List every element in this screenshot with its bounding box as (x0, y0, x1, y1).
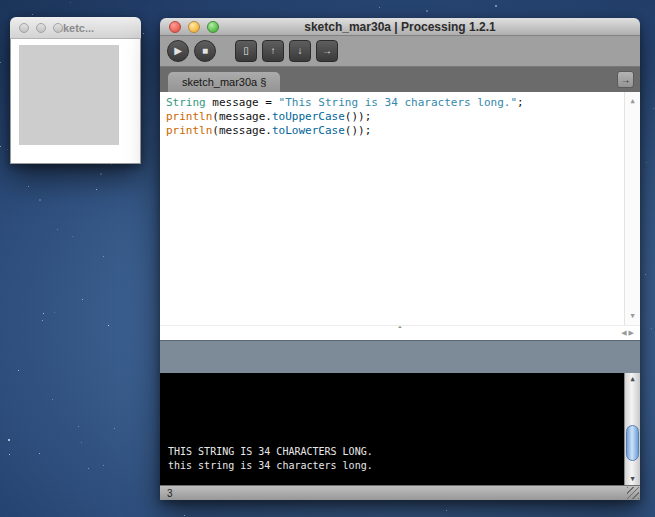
star (446, 510, 447, 511)
minimize-button[interactable] (36, 23, 46, 33)
code-token: (message. (212, 110, 272, 123)
console-divider-handle[interactable]: ˆ (398, 326, 401, 338)
main-window-titlebar[interactable]: sketch_mar30a | Processing 1.2.1 (160, 18, 640, 36)
tab-sketch-mar30a[interactable]: sketch_mar30a § (168, 72, 280, 92)
code-token: toUpperCase (272, 110, 345, 123)
tab-bar: sketch_mar30a § → (160, 67, 640, 92)
star (43, 313, 44, 314)
code-token: (message. (212, 124, 272, 137)
new-button[interactable]: ▯ (235, 40, 257, 62)
sketch-window-body (10, 39, 141, 164)
code-token: toLowerCase (272, 124, 345, 137)
processing-ide-window: sketch_mar30a | Processing 1.2.1 ▶ ■ ▯ ↑… (160, 18, 640, 500)
save-button[interactable]: ↓ (289, 40, 311, 62)
star (0, 146, 1, 147)
close-button[interactable] (169, 21, 181, 33)
star (379, 7, 380, 8)
code-editor[interactable]: String message = "This String is 34 char… (160, 92, 640, 325)
star (653, 108, 654, 109)
star (32, 14, 33, 15)
scroll-up-icon[interactable]: ▲ (625, 94, 640, 108)
star (426, 10, 428, 12)
star (70, 2, 71, 3)
star (184, 515, 185, 516)
scroll-up-icon[interactable]: ▲ (625, 375, 640, 383)
editor-horizontal-scrollbar[interactable]: ˆ ◀▶ (160, 325, 640, 340)
sketch-canvas (19, 45, 119, 145)
sketch-window-titlebar[interactable]: sketc... (10, 17, 141, 39)
scroll-left-icon[interactable]: ◀ (621, 329, 628, 336)
tab-menu-arrow-icon: → (621, 74, 631, 85)
star (52, 399, 53, 400)
new-document-icon: ▯ (243, 46, 249, 56)
save-icon: ↓ (298, 46, 303, 56)
star (108, 325, 109, 326)
close-button[interactable] (19, 23, 29, 33)
star (103, 256, 104, 257)
console-line: this string is 34 characters long. (168, 459, 373, 473)
star (18, 370, 19, 371)
scroll-down-icon[interactable]: ▼ (625, 475, 640, 483)
star (78, 426, 79, 427)
zoom-button[interactable] (53, 23, 63, 33)
open-icon: ↑ (271, 46, 276, 56)
open-button[interactable]: ↑ (262, 40, 284, 62)
stop-icon: ■ (202, 46, 208, 56)
line-number: 3 (167, 488, 173, 499)
code-area[interactable]: String message = "This String is 34 char… (166, 96, 620, 138)
run-button[interactable]: ▶ (167, 40, 189, 62)
scroll-left-right-icons[interactable]: ◀▶ (621, 329, 636, 337)
code-token: println (166, 124, 212, 137)
sketch-output-window: sketc... (10, 17, 141, 164)
star (72, 236, 73, 237)
desktop: { "desktop": { "background_dark": "#1327… (0, 0, 655, 517)
star (645, 274, 646, 275)
code-token: ()); (345, 110, 372, 123)
status-bar: 3 (160, 485, 640, 500)
code-token: String (166, 96, 206, 109)
console-line: THIS STRING IS 34 CHARACTERS LONG. (168, 445, 373, 459)
star (82, 299, 83, 300)
star (651, 328, 652, 329)
star (42, 320, 43, 321)
code-token: ()); (345, 124, 372, 137)
scrollbar-thumb[interactable] (626, 425, 639, 461)
editor-scrollbar[interactable]: ▲ ▼ (624, 92, 640, 325)
star (495, 5, 497, 7)
zoom-button[interactable] (207, 21, 219, 33)
tab-label: sketch_mar30a § (182, 76, 266, 88)
code-token: message = (206, 96, 279, 109)
resize-grip[interactable] (627, 487, 639, 499)
star (100, 173, 102, 175)
scroll-right-icon[interactable]: ▶ (629, 329, 636, 336)
stop-button[interactable]: ■ (194, 40, 216, 62)
star (57, 229, 58, 230)
export-button[interactable]: → (316, 40, 338, 62)
toolbar: ▶ ■ ▯ ↑ ↓ → (160, 36, 640, 67)
export-icon: → (322, 46, 332, 56)
code-line: println(message.toUpperCase()); (166, 110, 620, 124)
star (54, 312, 55, 313)
star (114, 428, 115, 429)
star (111, 164, 112, 165)
star (9, 454, 10, 455)
star (143, 33, 144, 34)
play-icon: ▶ (174, 46, 182, 56)
code-line: String message = "This String is 34 char… (166, 96, 620, 110)
star (103, 465, 104, 466)
star (646, 162, 647, 163)
console-scrollbar[interactable]: ▲ ▼ (624, 373, 640, 485)
code-token: println (166, 110, 212, 123)
star (88, 468, 89, 469)
scroll-down-icon[interactable]: ▼ (625, 309, 640, 323)
code-token: "This String is 34 characters long." (279, 96, 517, 109)
code-token: ; (517, 96, 524, 109)
star (81, 442, 82, 443)
window-controls (19, 17, 63, 38)
star (7, 149, 8, 150)
console-output: THIS STRING IS 34 CHARACTERS LONG. this … (168, 445, 373, 473)
console: THIS STRING IS 34 CHARACTERS LONG. this … (160, 373, 640, 485)
tab-menu-button[interactable]: → (617, 71, 634, 88)
minimize-button[interactable] (188, 21, 200, 33)
star (96, 189, 97, 190)
